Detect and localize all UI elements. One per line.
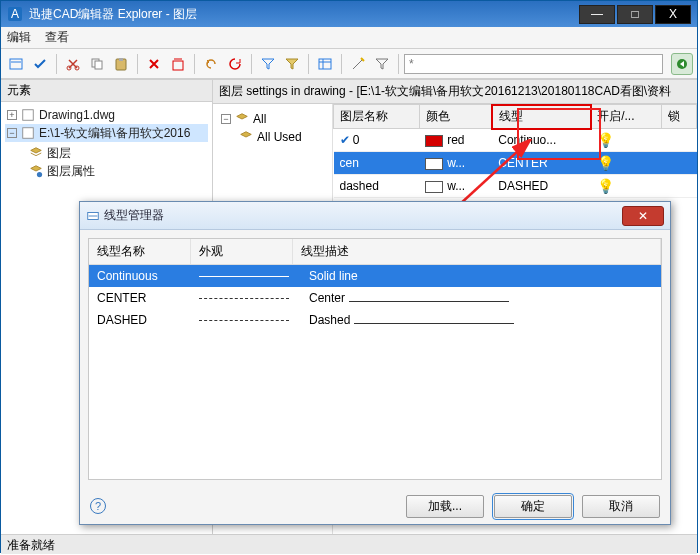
- dialog-title: 线型管理器: [100, 207, 622, 224]
- drawing-icon: [21, 126, 35, 140]
- cell-lock[interactable]: [661, 175, 696, 198]
- window-title: 迅捷CAD编辑器 Explorer - 图层: [29, 6, 577, 23]
- cell-lock[interactable]: [661, 152, 696, 175]
- maximize-button[interactable]: □: [617, 5, 653, 24]
- lt-name: DASHED: [89, 313, 199, 327]
- filter-all[interactable]: − All: [219, 110, 326, 128]
- tree-label: Drawing1.dwg: [39, 108, 115, 122]
- svg-point-14: [37, 172, 42, 177]
- filter-a-icon[interactable]: [257, 53, 279, 75]
- copy-icon[interactable]: [86, 53, 108, 75]
- svg-rect-10: [319, 59, 331, 69]
- cell-color[interactable]: red: [419, 129, 492, 152]
- check-icon[interactable]: [29, 53, 51, 75]
- filter-all-used[interactable]: All Used: [219, 128, 326, 146]
- lt-name: Continuous: [89, 269, 199, 283]
- cell-color[interactable]: w...: [419, 175, 492, 198]
- tree-label: E:\1-软文编辑\备用软文2016: [39, 125, 190, 142]
- linetype-list: ContinuousSolid lineCENTERCenterDASHEDDa…: [89, 265, 661, 479]
- col-name[interactable]: 图层名称: [334, 105, 420, 129]
- new-layer-icon[interactable]: [5, 53, 27, 75]
- cancel-button[interactable]: 取消: [582, 495, 660, 518]
- dlgcol-desc[interactable]: 线型描述: [293, 239, 661, 264]
- layers-icon: [235, 112, 249, 126]
- tree-layers[interactable]: 图层: [29, 144, 208, 162]
- wand-icon[interactable]: [347, 53, 369, 75]
- help-icon[interactable]: ?: [90, 498, 106, 514]
- breadcrumb: 图层 settings in drawing - [E:\1-软文编辑\备用软文…: [213, 80, 697, 104]
- svg-rect-6: [95, 61, 102, 69]
- cell-on[interactable]: 💡: [591, 175, 662, 198]
- col-lock[interactable]: 锁: [661, 105, 696, 129]
- linetype-row[interactable]: DASHEDDashed: [89, 309, 661, 331]
- cell-color[interactable]: w...: [419, 152, 492, 175]
- minimize-button[interactable]: —: [579, 5, 615, 24]
- statusbar: 准备就绪: [1, 534, 697, 554]
- lt-appearance: [199, 320, 309, 321]
- filter-label: All Used: [257, 130, 302, 144]
- cut-icon[interactable]: [62, 53, 84, 75]
- svg-rect-2: [10, 59, 22, 69]
- dlgcol-appearance[interactable]: 外观: [191, 239, 293, 264]
- separator: [137, 54, 138, 74]
- table-row[interactable]: cenw...CENTER💡: [334, 152, 697, 175]
- purge-icon[interactable]: [167, 53, 189, 75]
- collapse-icon[interactable]: −: [7, 128, 17, 138]
- cell-lock[interactable]: [661, 129, 696, 152]
- expand-icon[interactable]: +: [7, 110, 17, 120]
- left-panel-header: 元素: [1, 80, 212, 102]
- tree-layer-props[interactable]: 图层属性: [29, 162, 208, 180]
- tree-label: 图层属性: [47, 163, 95, 180]
- dialog-titlebar[interactable]: 线型管理器 ✕: [80, 202, 670, 230]
- linetype-row[interactable]: CENTERCenter: [89, 287, 661, 309]
- undo-icon[interactable]: [200, 53, 222, 75]
- menu-edit[interactable]: 编辑: [7, 29, 31, 46]
- drawings-tree: + Drawing1.dwg − E:\1-软文编辑\备用软文2016 图层: [1, 102, 212, 184]
- linetype-row[interactable]: ContinuousSolid line: [89, 265, 661, 287]
- toolbar: *: [1, 49, 697, 79]
- svg-text:A: A: [11, 7, 19, 21]
- refresh-icon[interactable]: [224, 53, 246, 75]
- delete-icon[interactable]: [143, 53, 165, 75]
- cell-linetype[interactable]: Continuo...: [492, 129, 590, 152]
- layers-icon: [239, 130, 253, 144]
- dlgcol-name[interactable]: 线型名称: [89, 239, 191, 264]
- menu-view[interactable]: 查看: [45, 29, 69, 46]
- collapse-icon[interactable]: −: [221, 114, 231, 124]
- linetype-dialog: 线型管理器 ✕ 线型名称 外观 线型描述 ContinuousSolid lin…: [79, 201, 671, 525]
- col-linetype[interactable]: 线型: [492, 105, 590, 129]
- table-row[interactable]: dashedw...DASHED💡: [334, 175, 697, 198]
- lt-name: CENTER: [89, 291, 199, 305]
- col-color[interactable]: 颜色: [419, 105, 492, 129]
- separator: [341, 54, 342, 74]
- filter-b-icon[interactable]: [281, 53, 303, 75]
- go-button[interactable]: [671, 53, 693, 75]
- tree-path[interactable]: − E:\1-软文编辑\备用软文2016: [5, 124, 208, 142]
- separator: [194, 54, 195, 74]
- close-button[interactable]: X: [655, 5, 691, 24]
- svg-rect-9: [173, 61, 183, 70]
- separator: [251, 54, 252, 74]
- lt-desc: Center: [309, 291, 661, 305]
- layerstate-icon[interactable]: [314, 53, 336, 75]
- load-button[interactable]: 加载...: [406, 495, 484, 518]
- dialog-close-button[interactable]: ✕: [622, 206, 664, 226]
- filter-label: All: [253, 112, 266, 126]
- dialog-footer: ? 加载... 确定 取消: [80, 488, 670, 524]
- tree-drawing1[interactable]: + Drawing1.dwg: [5, 106, 208, 124]
- cell-linetype[interactable]: DASHED: [492, 175, 590, 198]
- tree-label: 图层: [47, 145, 71, 162]
- cell-on[interactable]: 💡: [591, 129, 662, 152]
- col-on[interactable]: 开启/...: [591, 105, 662, 129]
- paste-icon[interactable]: [110, 53, 132, 75]
- cell-linetype[interactable]: CENTER: [492, 152, 590, 175]
- separator: [308, 54, 309, 74]
- ok-button[interactable]: 确定: [494, 495, 572, 518]
- tree-children: 图层 图层属性: [29, 144, 208, 180]
- search-input[interactable]: *: [404, 54, 663, 74]
- layer-table: 图层名称 颜色 线型 开启/... 锁 ✔ 0redContinuo...💡ce…: [333, 104, 697, 198]
- dialog-icon: [86, 209, 100, 223]
- cell-on[interactable]: 💡: [591, 152, 662, 175]
- table-row[interactable]: ✔ 0redContinuo...💡: [334, 129, 697, 152]
- funnel-icon[interactable]: [371, 53, 393, 75]
